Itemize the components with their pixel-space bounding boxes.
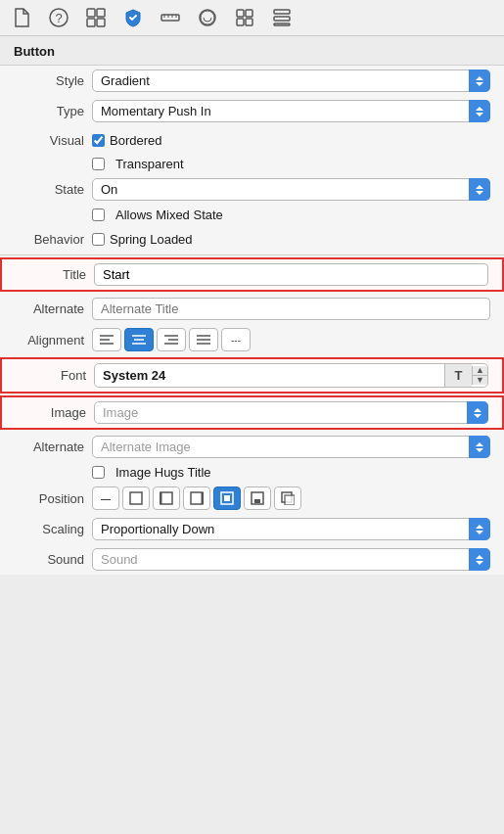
scaling-label: Scaling: [14, 522, 92, 536]
alt-image-select[interactable]: Alternate Image: [92, 436, 490, 458]
library-icon[interactable]: [233, 6, 256, 29]
type-select[interactable]: Momentary Push In: [92, 100, 490, 122]
pos-bottom-button[interactable]: [244, 486, 271, 510]
image-hugs-row: Image Hugs Title: [0, 462, 504, 483]
image-label: Image: [16, 405, 94, 420]
file-icon[interactable]: [10, 6, 33, 29]
state-label: State: [14, 182, 92, 197]
alignment-label: Alignment: [14, 333, 92, 348]
shield-icon[interactable]: [121, 6, 145, 29]
pos-center-button[interactable]: [213, 486, 241, 510]
pos-dash-button[interactable]: —: [92, 486, 119, 510]
style-select-wrapper: Gradient: [92, 70, 490, 92]
bordered-checkbox-label[interactable]: Bordered: [92, 133, 161, 148]
title-input[interactable]: [94, 263, 488, 286]
scaling-select[interactable]: Proportionally Down: [92, 518, 490, 540]
bordered-label: Bordered: [110, 133, 161, 148]
font-label: Font: [16, 368, 94, 383]
svg-rect-32: [130, 492, 142, 504]
svg-rect-2: [87, 9, 95, 17]
alternate-row: Alternate: [0, 294, 504, 324]
svg-rect-42: [285, 495, 295, 505]
align-center-button[interactable]: [124, 328, 154, 351]
style-select[interactable]: Gradient: [92, 70, 490, 92]
transparent-label: Transparent: [115, 157, 184, 171]
help-icon[interactable]: ?: [47, 6, 70, 29]
svg-rect-5: [97, 19, 105, 26]
state-row: State On: [0, 174, 504, 205]
divider-1: [0, 255, 504, 255]
pos-square-left-button[interactable]: [153, 486, 180, 510]
svg-rect-38: [224, 495, 230, 501]
position-group: —: [92, 486, 301, 510]
pos-square-right-button[interactable]: [183, 486, 210, 510]
svg-rect-18: [274, 17, 290, 21]
allows-mixed-label[interactable]: Allows Mixed State: [92, 208, 223, 222]
image-hugs-text: Image Hugs Title: [115, 465, 211, 480]
svg-rect-19: [274, 23, 290, 25]
font-field-wrapper: System 24 T ▲ ▼: [94, 363, 488, 388]
transparent-checkbox[interactable]: [92, 158, 105, 170]
inspector-icon[interactable]: [84, 6, 108, 29]
position-row: Position —: [0, 483, 504, 514]
sound-select[interactable]: Sound: [92, 548, 490, 571]
title-label: Title: [16, 267, 94, 282]
align-none-button[interactable]: ---: [221, 328, 251, 351]
transparent-checkbox-label[interactable]: Transparent: [92, 157, 184, 171]
svg-rect-15: [237, 19, 244, 25]
font-stepper: ▲ ▼: [472, 366, 487, 385]
ruler-icon[interactable]: [159, 6, 182, 29]
font-T-button[interactable]: T: [444, 364, 472, 387]
image-select[interactable]: Image: [94, 401, 488, 424]
alt-image-label: Alternate: [14, 440, 92, 454]
alignment-row: Alignment ---: [0, 324, 504, 355]
svg-rect-33: [160, 492, 172, 504]
type-label: Type: [14, 104, 92, 118]
alignment-group: ---: [92, 328, 251, 351]
font-decrement-button[interactable]: ▼: [473, 376, 487, 385]
toolbar: ?: [0, 0, 504, 36]
pos-overlap-button[interactable]: [274, 486, 301, 510]
image-hugs-label[interactable]: Image Hugs Title: [92, 465, 211, 480]
align-left-button[interactable]: [92, 328, 121, 351]
visual-label: Visual: [14, 133, 92, 148]
align-justify-button[interactable]: [189, 328, 218, 351]
style-label: Style: [14, 73, 92, 88]
pos-square-button[interactable]: [122, 486, 150, 510]
type-row: Type Momentary Push In: [0, 96, 504, 126]
svg-rect-40: [254, 499, 260, 503]
alt-image-row: Alternate Alternate Image: [0, 432, 504, 462]
alternate-title-input[interactable]: [92, 298, 490, 320]
scaling-select-wrapper: Proportionally Down: [92, 518, 490, 540]
state-select-wrapper: On: [92, 178, 490, 201]
position-label: Position: [14, 491, 92, 506]
state-select[interactable]: On: [92, 178, 490, 201]
allows-mixed-row: Allows Mixed State: [0, 205, 504, 225]
bordered-checkbox[interactable]: [92, 134, 105, 147]
svg-point-12: [201, 11, 214, 24]
font-value: System 24: [95, 365, 444, 386]
sound-row: Sound Sound: [0, 544, 504, 575]
svg-rect-13: [237, 10, 244, 17]
image-select-wrapper: Image: [94, 401, 488, 424]
sound-label: Sound: [14, 552, 92, 567]
properties-panel: Button Style Gradient Type Momentary Pus…: [0, 36, 504, 575]
transparent-row: Transparent: [0, 154, 504, 174]
type-select-wrapper: Momentary Push In: [92, 100, 490, 122]
spring-loaded-label[interactable]: Spring Loaded: [92, 232, 193, 247]
sound-select-wrapper: Sound: [92, 548, 490, 571]
svg-rect-35: [191, 492, 203, 504]
history-icon[interactable]: [196, 6, 219, 29]
spring-loaded-checkbox[interactable]: [92, 233, 105, 246]
image-hugs-checkbox[interactable]: [92, 466, 105, 479]
spring-loaded-text: Spring Loaded: [110, 232, 193, 247]
svg-rect-3: [97, 9, 105, 17]
svg-text:?: ?: [55, 11, 62, 25]
svg-rect-4: [87, 19, 95, 26]
svg-point-11: [200, 10, 215, 25]
font-row: Font System 24 T ▲ ▼: [0, 357, 504, 394]
svg-rect-17: [274, 10, 290, 14]
layout-icon[interactable]: [270, 6, 294, 29]
align-right-button[interactable]: [157, 328, 186, 351]
allows-mixed-checkbox[interactable]: [92, 208, 105, 221]
